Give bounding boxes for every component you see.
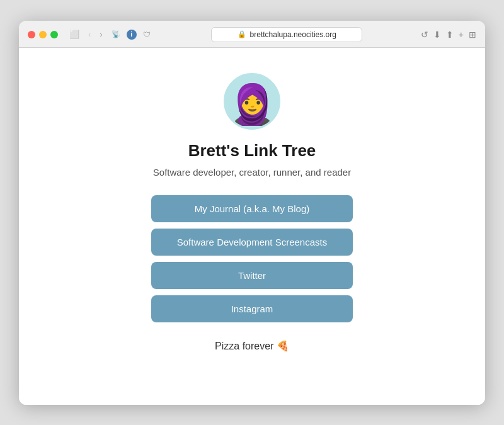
close-button[interactable] (28, 31, 35, 38)
maximize-button[interactable] (50, 31, 58, 38)
shield-icon[interactable]: 🛡 (140, 29, 153, 40)
download-icon[interactable]: ⬇ (433, 30, 441, 40)
page-title: Brett's Link Tree (188, 141, 316, 161)
browser-controls: ⬜ ‹ › 📡 i 🛡 (67, 28, 153, 40)
journal-link[interactable]: My Journal (a.k.a. My Blog) (151, 195, 353, 222)
avatar: 🧕 (224, 73, 280, 130)
twitter-link[interactable]: Twitter (151, 262, 353, 289)
links-container: My Journal (a.k.a. My Blog) Software Dev… (151, 195, 353, 322)
address-bar[interactable]: 🔒 brettchalupa.neocities.org (211, 27, 362, 42)
avatar-container: 🧕 (224, 73, 280, 130)
forward-button[interactable]: › (97, 28, 105, 40)
footer-text: Pizza forever 🍕 (215, 340, 289, 352)
avatar-emoji: 🧕 (228, 85, 277, 124)
lock-icon: 🔒 (238, 30, 246, 38)
info-icon[interactable]: i (127, 30, 137, 40)
url-text: brettchalupa.neocities.org (250, 30, 336, 39)
minimize-button[interactable] (39, 31, 47, 38)
page-content: 🧕 Brett's Link Tree Software developer, … (19, 48, 485, 405)
browser-window: ⬜ ‹ › 📡 i 🛡 🔒 brettchalupa.neocities.org… (19, 21, 485, 405)
right-controls: ↺ ⬇ ⬆ + ⊞ (421, 30, 476, 40)
reload-icon[interactable]: ↺ (421, 30, 428, 40)
back-button[interactable]: ‹ (86, 28, 93, 40)
rss-icon: 📡 (109, 29, 123, 40)
sidebar-icon[interactable]: ⬜ (67, 28, 82, 40)
browser-chrome: ⬜ ‹ › 📡 i 🛡 🔒 brettchalupa.neocities.org… (19, 21, 485, 48)
share-icon[interactable]: ⬆ (446, 30, 454, 40)
tabs-icon[interactable]: ⊞ (469, 30, 476, 40)
page-subtitle: Software developer, creator, runner, and… (153, 167, 351, 178)
new-tab-icon[interactable]: + (459, 30, 464, 40)
traffic-lights (28, 31, 58, 38)
address-bar-container: 🔒 brettchalupa.neocities.org (159, 27, 415, 42)
screencasts-link[interactable]: Software Development Screencasts (151, 229, 353, 256)
instagram-link[interactable]: Instagram (151, 295, 353, 322)
